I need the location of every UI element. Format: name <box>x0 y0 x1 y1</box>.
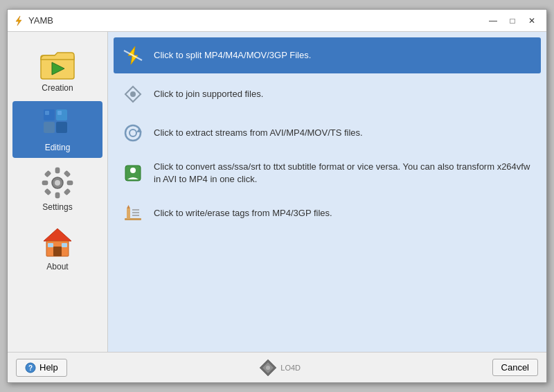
svg-rect-11 <box>55 168 60 173</box>
help-icon: ? <box>25 362 36 373</box>
window-title: YAMB <box>28 15 53 26</box>
main-window: YAMB — □ ✕ Creation <box>7 9 547 383</box>
svg-rect-13 <box>42 181 48 185</box>
svg-rect-12 <box>55 193 60 198</box>
title-controls: — □ ✕ <box>484 13 541 28</box>
minimize-button[interactable]: — <box>484 13 502 28</box>
svg-rect-22 <box>48 243 53 247</box>
close-button[interactable]: ✕ <box>523 13 541 28</box>
bottom-bar: ? Help LO4D Cancel <box>8 352 546 382</box>
menu-item-extract[interactable]: Click to extract streams from AVI/MP4/MO… <box>114 115 541 151</box>
menu-item-join[interactable]: Click to join supported files. <box>114 76 541 112</box>
svg-rect-6 <box>56 122 67 133</box>
main-content: Creation Editing <box>8 32 546 352</box>
sidebar-item-creation[interactable]: Creation <box>12 39 102 98</box>
about-icon <box>41 226 74 259</box>
watermark-icon <box>258 358 278 377</box>
menu-item-split[interactable]: Click to split MP4/M4A/MOV/3GP Files. <box>114 37 541 73</box>
svg-rect-15 <box>44 170 51 177</box>
svg-point-26 <box>130 91 136 97</box>
menu-item-convert[interactable]: Click to convert ass/ssa/srt to ttxt sub… <box>114 154 541 193</box>
editing-icon <box>41 107 74 140</box>
svg-marker-29 <box>136 128 142 132</box>
settings-icon <box>41 166 74 199</box>
svg-marker-34 <box>127 205 130 208</box>
tags-icon <box>122 202 144 224</box>
svg-rect-14 <box>67 181 73 185</box>
sidebar-item-editing[interactable]: Editing <box>12 101 102 158</box>
watermark: LO4D <box>258 358 301 377</box>
sidebar-about-label: About <box>46 262 68 271</box>
menu-convert-text: Click to convert ass/ssa/srt to ttxt sub… <box>154 161 533 186</box>
svg-rect-18 <box>64 188 71 195</box>
svg-rect-23 <box>62 243 67 247</box>
help-label: Help <box>39 362 58 373</box>
svg-rect-33 <box>127 208 130 219</box>
title-bar: YAMB — □ ✕ <box>8 10 546 32</box>
sidebar-settings-label: Settings <box>42 202 72 212</box>
menu-extract-text: Click to extract streams from AVI/MP4/MO… <box>154 127 363 139</box>
menu-item-tags[interactable]: Click to write/erase tags from MP4/3GP f… <box>114 195 541 231</box>
creation-icon <box>39 44 75 80</box>
menu-tags-text: Click to write/erase tags from MP4/3GP f… <box>154 207 332 220</box>
svg-marker-0 <box>16 16 21 26</box>
cancel-label: Cancel <box>501 362 529 373</box>
sidebar-editing-label: Editing <box>45 143 71 152</box>
split-icon <box>122 44 144 66</box>
sidebar-creation-label: Creation <box>42 83 73 93</box>
title-bar-left: YAMB <box>13 15 53 26</box>
svg-rect-21 <box>53 247 62 256</box>
watermark-text: LO4D <box>280 364 301 372</box>
svg-point-10 <box>55 180 60 186</box>
svg-rect-5 <box>44 122 55 133</box>
svg-point-27 <box>125 125 141 141</box>
sidebar: Creation Editing <box>8 32 108 352</box>
sidebar-item-about[interactable]: About <box>12 220 102 277</box>
svg-point-28 <box>129 130 136 136</box>
menu-join-text: Click to join supported files. <box>154 88 263 100</box>
svg-rect-7 <box>45 111 49 115</box>
svg-rect-16 <box>64 170 71 177</box>
sidebar-item-settings[interactable]: Settings <box>12 161 102 217</box>
svg-text:?: ? <box>28 364 33 372</box>
svg-rect-17 <box>44 188 51 195</box>
svg-point-42 <box>266 366 270 370</box>
convert-icon <box>122 162 144 184</box>
maximize-button[interactable]: □ <box>503 13 521 28</box>
extract-icon <box>122 122 144 144</box>
help-button[interactable]: ? Help <box>16 359 67 377</box>
svg-point-31 <box>130 168 136 173</box>
svg-marker-19 <box>44 229 71 241</box>
svg-rect-8 <box>57 111 62 115</box>
join-icon <box>122 83 144 105</box>
app-icon <box>13 15 24 26</box>
menu-split-text: Click to split MP4/M4A/MOV/3GP Files. <box>154 49 311 62</box>
right-panel: Click to split MP4/M4A/MOV/3GP Files. Cl… <box>108 32 546 352</box>
cancel-button[interactable]: Cancel <box>492 359 538 376</box>
